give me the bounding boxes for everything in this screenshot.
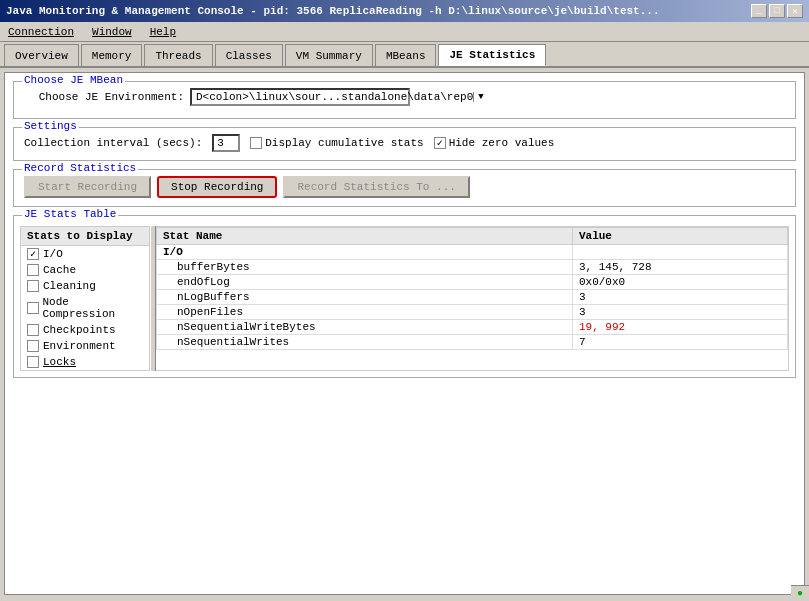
stat-name-endoflog: endOfLog [157,275,573,290]
collection-interval-label: Collection interval (secs): [24,137,202,149]
stat-value-nsequentialwrites: 7 [572,335,787,350]
tab-vm-summary[interactable]: VM Summary [285,44,373,66]
start-recording-button[interactable]: Start Recording [24,176,151,198]
record-statistics-section: Record Statistics Start Recording Stop R… [13,169,796,207]
item-checkpoints-label: Checkpoints [43,324,116,336]
table-row: I/O [157,245,788,260]
tab-bar: Overview Memory Threads Classes VM Summa… [0,42,809,68]
list-item-io[interactable]: I/O [21,246,149,262]
category-io-value [572,245,787,260]
dropdown-arrow-icon: ▼ [473,92,483,102]
stats-left-panel: Stats to Display I/O Cache Cleaning Node… [20,226,150,371]
dropdown-value: D<colon>\linux\sour...standalone\data\re… [196,91,473,103]
checkbox-node-compression[interactable] [27,302,39,314]
status-bar: ● [791,585,809,601]
settings-label: Settings [22,120,79,132]
stats-right-panel: Stat Name Value I/O bufferBytes 3, 145, … [156,226,789,371]
table-row: nSequentialWriteBytes 19, 992 [157,320,788,335]
tab-memory[interactable]: Memory [81,44,143,66]
list-item-node-compression[interactable]: Node Compression [21,294,149,322]
tab-je-statistics[interactable]: JE Statistics [438,44,546,66]
stat-value-nsequentialwritebytes: 19, 992 [572,320,787,335]
table-row: nOpenFiles 3 [157,305,788,320]
stat-name-nopenfiles: nOpenFiles [157,305,573,320]
category-io: I/O [157,245,573,260]
main-content: Choose JE MBean Choose JE Environment: D… [4,72,805,595]
list-item-cache[interactable]: Cache [21,262,149,278]
display-cumulative-text: Display cumulative stats [265,137,423,149]
hide-zero-checkbox-label[interactable]: Hide zero values [434,137,555,149]
menu-bar: Connection Window Help [0,22,809,42]
item-environment-label: Environment [43,340,116,352]
col-stat-name: Stat Name [157,228,573,245]
stats-data-table: Stat Name Value I/O bufferBytes 3, 145, … [156,227,788,350]
record-buttons-row: Start Recording Stop Recording Record St… [24,176,785,198]
stat-name-nsequentialwritebytes: nSequentialWriteBytes [157,320,573,335]
list-item-environment[interactable]: Environment [21,338,149,354]
stat-name-nlogbuffers: nLogBuffers [157,290,573,305]
choose-je-mbean-label: Choose JE MBean [22,74,125,86]
hide-zero-checkbox[interactable] [434,137,446,149]
close-button[interactable]: ✕ [787,4,803,18]
hide-zero-text: Hide zero values [449,137,555,149]
checkbox-locks[interactable] [27,356,39,368]
table-row: endOfLog 0x0/0x0 [157,275,788,290]
minimize-button[interactable]: _ [751,4,767,18]
tab-threads[interactable]: Threads [144,44,212,66]
tab-classes[interactable]: Classes [215,44,283,66]
title-bar-text: Java Monitoring & Management Console - p… [6,5,660,17]
table-row: bufferBytes 3, 145, 728 [157,260,788,275]
je-environment-label: Choose JE Environment: [24,91,184,103]
stat-value-bufferbytes: 3, 145, 728 [572,260,787,275]
col-value: Value [572,228,787,245]
item-locks-label: Locks [43,356,76,368]
checkbox-io[interactable] [27,248,39,260]
stat-name-nsequentialwrites: nSequentialWrites [157,335,573,350]
status-icon: ● [797,588,803,599]
list-item-cleaning[interactable]: Cleaning [21,278,149,294]
menu-connection[interactable]: Connection [4,25,78,39]
stats-layout: Stats to Display I/O Cache Cleaning Node… [20,226,789,371]
je-stats-table-section: JE Stats Table Stats to Display I/O Cach… [13,215,796,378]
record-statistics-to-button[interactable]: Record Statistics To ... [283,176,469,198]
je-environment-dropdown[interactable]: D<colon>\linux\sour...standalone\data\re… [190,88,410,106]
stat-value-endoflog: 0x0/0x0 [572,275,787,290]
checkbox-checkpoints[interactable] [27,324,39,336]
choose-je-mbean-section: Choose JE MBean Choose JE Environment: D… [13,81,796,119]
stat-value-nlogbuffers: 3 [572,290,787,305]
checkbox-cache[interactable] [27,264,39,276]
settings-row: Collection interval (secs): Display cumu… [24,134,785,152]
item-cleaning-label: Cleaning [43,280,96,292]
list-item-locks[interactable]: Locks [21,354,149,370]
table-row: nSequentialWrites 7 [157,335,788,350]
stat-name-bufferbytes: bufferBytes [157,260,573,275]
tab-mbeans[interactable]: MBeans [375,44,437,66]
title-bar-buttons: _ □ ✕ [751,4,803,18]
checkbox-cleaning[interactable] [27,280,39,292]
menu-window[interactable]: Window [88,25,136,39]
item-io-label: I/O [43,248,63,260]
collection-interval-input[interactable] [212,134,240,152]
list-item-checkpoints[interactable]: Checkpoints [21,322,149,338]
title-bar: Java Monitoring & Management Console - p… [0,0,809,22]
display-cumulative-checkbox-label[interactable]: Display cumulative stats [250,137,423,149]
menu-help[interactable]: Help [146,25,180,39]
stop-recording-button[interactable]: Stop Recording [157,176,277,198]
item-node-compression-label: Node Compression [43,296,143,320]
stats-display-header: Stats to Display [21,227,149,246]
checkbox-environment[interactable] [27,340,39,352]
table-row: nLogBuffers 3 [157,290,788,305]
je-environment-row: Choose JE Environment: D<colon>\linux\so… [24,88,785,106]
je-stats-table-label: JE Stats Table [22,208,118,220]
maximize-button[interactable]: □ [769,4,785,18]
record-statistics-label: Record Statistics [22,162,138,174]
item-cache-label: Cache [43,264,76,276]
tab-overview[interactable]: Overview [4,44,79,66]
display-cumulative-checkbox[interactable] [250,137,262,149]
settings-section: Settings Collection interval (secs): Dis… [13,127,796,161]
stat-value-nopenfiles: 3 [572,305,787,320]
